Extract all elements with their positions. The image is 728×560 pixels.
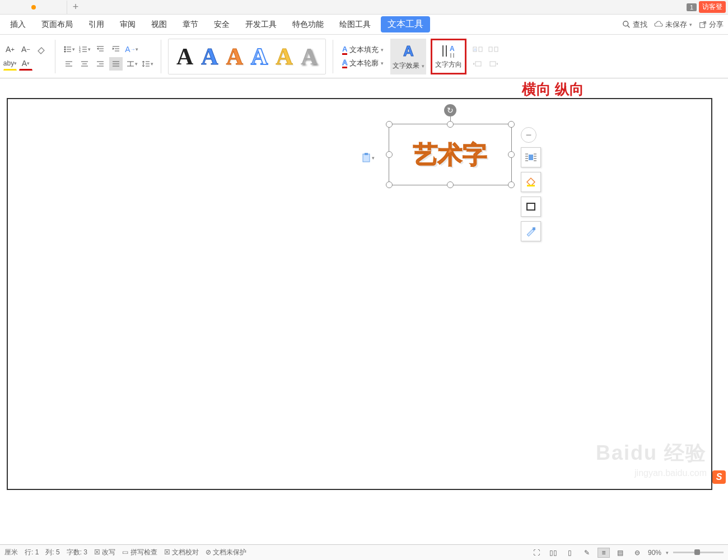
align-justify-button[interactable] xyxy=(109,57,123,71)
resize-handle-tm[interactable] xyxy=(447,121,454,128)
wordart-style-5[interactable]: A xyxy=(276,43,292,70)
decrease-indent-button[interactable] xyxy=(94,43,107,56)
fill-button[interactable] xyxy=(521,172,541,192)
rewrite-toggle[interactable]: ☒ 改写 xyxy=(94,548,115,557)
wordart-content[interactable]: 艺术字 xyxy=(413,138,487,171)
outline-button[interactable] xyxy=(521,197,541,217)
unsaved-button[interactable]: 未保存 ▾ xyxy=(654,20,692,30)
share-button[interactable]: 分享 xyxy=(699,20,724,30)
paragraph-group: ▾ 123▾ A→▾ ▾ ▾ xyxy=(62,43,154,71)
col-label[interactable]: 列: 5 xyxy=(45,548,59,557)
zoom-level[interactable]: 90% xyxy=(648,549,661,557)
zoom-dropdown[interactable]: ▾ xyxy=(666,550,669,556)
increase-indent-button[interactable] xyxy=(109,43,123,56)
statusbar: 厘米 行: 1 列: 5 字数: 3 ☒ 改写 ▭ 拼写检查 ☒ 文档校对 ⊘ … xyxy=(0,544,728,560)
increase-font-button[interactable]: A+ xyxy=(3,43,17,56)
layout-options-button[interactable] xyxy=(521,147,541,167)
menu-special[interactable]: 特色功能 xyxy=(287,17,329,32)
menu-right: 查找 未保存 ▾ 分享 xyxy=(623,20,724,30)
distribute-button[interactable]: ▾ xyxy=(125,57,138,71)
resize-handle-ml[interactable] xyxy=(386,151,393,158)
wordart-style-2[interactable]: A xyxy=(201,43,218,70)
numbering-button[interactable]: 123▾ xyxy=(78,43,91,56)
menu-page-layout[interactable]: 页面布局 xyxy=(36,17,78,32)
text-outline-button[interactable]: A 文本轮廓 ▾ xyxy=(340,57,386,69)
word-count[interactable]: 字数: 3 xyxy=(67,548,87,557)
bullets-button[interactable]: ▾ xyxy=(62,43,76,56)
svg-line-1 xyxy=(628,25,630,27)
outline-view-button[interactable]: ≡ xyxy=(598,548,610,558)
paste-options-button[interactable]: ▾ xyxy=(362,153,375,163)
find-button[interactable]: 查找 xyxy=(623,20,647,30)
svg-rect-62 xyxy=(527,185,535,186)
menu-drawing-tools[interactable]: 绘图工具 xyxy=(334,17,376,32)
wordart-textbox[interactable]: ↻ 艺术字 xyxy=(389,124,512,185)
menu-insert[interactable]: 插入 xyxy=(4,17,31,32)
textbox-link-button[interactable]: A xyxy=(471,43,484,56)
document-tab[interactable] xyxy=(0,1,67,14)
menu-dev-tools[interactable]: 开发工具 xyxy=(240,17,282,32)
svg-rect-53 xyxy=(529,155,533,160)
menu-references[interactable]: 引用 xyxy=(83,17,110,32)
font-color-button[interactable]: A▾ xyxy=(19,57,32,71)
text-fill-button[interactable]: A 文本填充 ▾ xyxy=(340,44,386,56)
text-effects-button[interactable]: A 文字效果 ▾ xyxy=(390,39,426,74)
font-size-group: A+ A− aby▾ A▾ xyxy=(3,43,48,71)
menu-sections[interactable]: 章节 xyxy=(177,17,204,32)
wordart-style-1[interactable]: A xyxy=(176,43,193,70)
textbox-unlink-button[interactable] xyxy=(487,43,500,56)
resize-handle-bl[interactable] xyxy=(386,181,393,188)
protect-status[interactable]: ⊘ 文档未保护 xyxy=(206,548,246,557)
line-spacing-button[interactable]: ▾ xyxy=(141,57,154,71)
format-painter-button[interactable] xyxy=(521,221,541,241)
wordart-style-3[interactable]: A xyxy=(226,43,243,70)
canvas-area: 横向 纵向 ▾ ↻ 艺术字 − Baidu 经验 jingyan.baidu xyxy=(0,78,728,493)
svg-text:3: 3 xyxy=(79,50,81,53)
change-case-button[interactable]: A→▾ xyxy=(125,43,138,56)
wordart-gallery[interactable]: A A A A A A xyxy=(168,39,326,74)
menu-review[interactable]: 审阅 xyxy=(114,17,141,32)
spellcheck-toggle[interactable]: ▭ 拼写检查 xyxy=(122,548,157,557)
resize-handle-tl[interactable] xyxy=(386,121,393,128)
web-layout-button[interactable]: ▤ xyxy=(614,548,627,558)
decrease-font-button[interactable]: A− xyxy=(19,43,32,56)
text-direction-button[interactable]: A 文字方向 xyxy=(431,39,466,74)
resize-handle-bm[interactable] xyxy=(447,181,454,188)
row-label[interactable]: 行: 1 xyxy=(25,548,39,557)
align-left-button[interactable] xyxy=(62,57,76,71)
sogou-ime-icon[interactable]: S xyxy=(712,470,726,484)
float-toolbar: − xyxy=(521,127,541,241)
proofread-toggle[interactable]: ☒ 文档校对 xyxy=(164,548,199,557)
document-page[interactable]: ▾ ↻ 艺术字 − xyxy=(7,98,712,490)
resize-handle-tr[interactable] xyxy=(508,121,515,128)
wordart-style-6[interactable]: A xyxy=(301,43,318,70)
zoom-out-button[interactable]: ⊖ xyxy=(631,548,643,558)
wordart-style-4[interactable]: A xyxy=(251,43,268,70)
next-textbox-button[interactable] xyxy=(487,57,500,71)
extra-group: A xyxy=(471,43,500,71)
clear-format-button[interactable] xyxy=(35,43,48,56)
menu-text-tools[interactable]: 文本工具 xyxy=(381,16,430,32)
reading-view-button[interactable]: ▯▯ xyxy=(547,548,559,558)
print-layout-button[interactable]: ▯ xyxy=(564,548,576,558)
guest-login-button[interactable]: 访客登 xyxy=(699,1,726,13)
menu-security[interactable]: 安全 xyxy=(208,17,235,32)
new-tab-button[interactable]: + xyxy=(67,1,84,13)
menu-view[interactable]: 视图 xyxy=(146,17,172,32)
rotate-handle[interactable]: ↻ xyxy=(444,104,456,116)
align-center-button[interactable] xyxy=(78,57,91,71)
fullscreen-button[interactable]: ⛶ xyxy=(530,548,543,558)
align-right-button[interactable] xyxy=(94,57,107,71)
svg-rect-49 xyxy=(475,62,481,66)
prev-textbox-button[interactable] xyxy=(471,57,484,71)
edit-mode-button[interactable]: ✎ xyxy=(581,548,593,558)
zoom-slider[interactable] xyxy=(673,552,724,553)
collapse-button[interactable]: − xyxy=(521,127,536,143)
text-direction-icon: A xyxy=(440,43,458,59)
resize-handle-br[interactable] xyxy=(508,181,515,188)
resize-handle-mr[interactable] xyxy=(508,151,515,158)
svg-text:A: A xyxy=(474,48,477,52)
highlight-button[interactable]: aby▾ xyxy=(3,57,17,71)
svg-point-0 xyxy=(623,21,628,26)
cloud-icon xyxy=(654,21,663,29)
